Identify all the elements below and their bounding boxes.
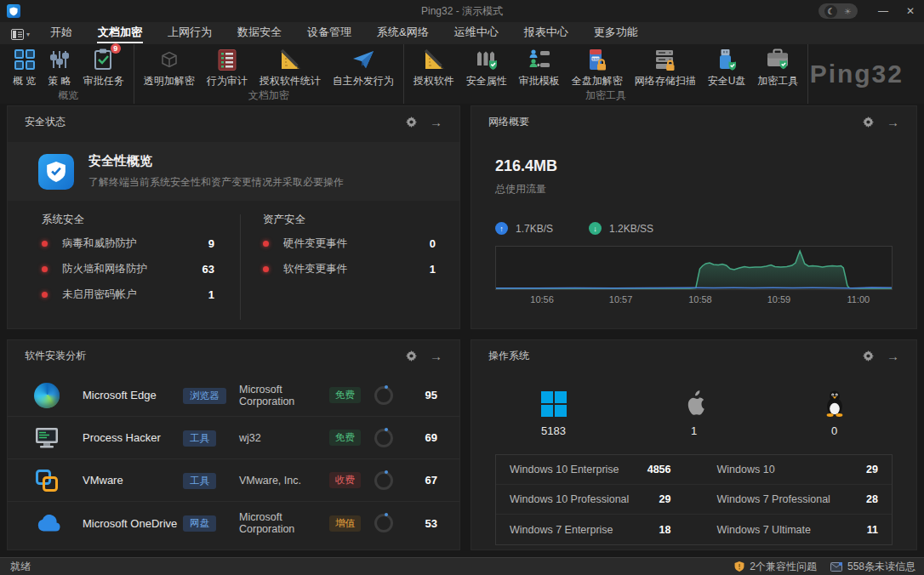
- list-item[interactable]: 软件变更事件 1: [263, 256, 436, 282]
- tab-device-management[interactable]: 设备管理: [294, 25, 364, 44]
- price-tag: 增值: [329, 515, 361, 532]
- window-title: Ping32 - 演示模式: [0, 4, 924, 19]
- tab-more-functions[interactable]: 更多功能: [581, 25, 651, 44]
- os-linux[interactable]: 0: [809, 388, 860, 437]
- category-tag: 网盘: [183, 515, 216, 532]
- tab-report-center[interactable]: 报表中心: [511, 25, 581, 44]
- table-cell[interactable]: Windows 1029: [704, 455, 893, 484]
- theme-toggle[interactable]: ☾ ☀: [818, 3, 858, 19]
- table-row: Windows 10 Professional29 Windows 7 Prof…: [496, 485, 892, 515]
- ribbon-item-outgoing-behavior[interactable]: 自主外发行为: [327, 44, 400, 88]
- paper-plane-icon: [351, 47, 375, 72]
- status-ready: 就绪: [10, 560, 31, 574]
- ssd-lock-icon: SSD: [586, 47, 608, 72]
- onedrive-icon: [33, 510, 60, 537]
- ribbon-item-approval-tasks[interactable]: 9 审批任务: [77, 44, 130, 88]
- software-score: 69: [414, 431, 437, 444]
- tab-data-security[interactable]: 数据安全: [225, 25, 294, 44]
- moon-icon[interactable]: ☾: [824, 5, 837, 18]
- main-menu-button[interactable]: ▾: [3, 29, 37, 44]
- os-count: 0: [831, 424, 837, 437]
- tab-web-behavior[interactable]: 上网行为: [155, 25, 225, 44]
- list-item[interactable]: 未启用密码帐户 1: [42, 282, 214, 307]
- software-row[interactable]: Process Hacker 工具 wj32 免费 69: [8, 417, 459, 459]
- system-security-column: 系统安全 病毒和威胁防护 9 防火墙和网络防护 63 未启用密码帐户: [42, 213, 214, 328]
- svg-text:SSD: SSD: [591, 57, 599, 61]
- table-cell[interactable]: Windows 10 Professional29: [496, 485, 685, 514]
- alert-dot-icon: [263, 266, 269, 272]
- divider: [240, 214, 241, 320]
- table-cell[interactable]: Windows 7 Enterprise18: [496, 515, 685, 544]
- os-count: 1: [691, 424, 697, 437]
- list-item[interactable]: 病毒和威胁防护 9: [42, 231, 214, 256]
- item-count: 1: [208, 288, 214, 301]
- close-button[interactable]: ✕: [897, 0, 924, 22]
- alert-dot-icon: [42, 266, 48, 272]
- sun-icon[interactable]: ☀: [844, 7, 852, 16]
- software-row[interactable]: Microsoft OneDrive 网盘 Microsoft Corporat…: [8, 502, 459, 544]
- panel-operating-systems: 操作系统 → 5183 1: [471, 339, 917, 550]
- cube-icon: [157, 47, 181, 72]
- table-cell[interactable]: Windows 10 Enterprise4856: [496, 455, 685, 484]
- clipboard-check-icon: 9: [92, 47, 116, 72]
- audit-list-icon: [217, 47, 237, 72]
- ribbon-item-policy[interactable]: 策 略: [42, 44, 77, 88]
- goto-arrow-icon[interactable]: →: [430, 116, 442, 128]
- score-ring-icon: [374, 514, 393, 532]
- monitor-icon: [33, 424, 60, 452]
- score-ring-icon: [374, 471, 393, 490]
- table-cell[interactable]: Windows 7 Professional28: [704, 485, 893, 514]
- category-tag: 工具: [183, 430, 216, 447]
- tab-ops-center[interactable]: 运维中心: [442, 25, 511, 44]
- ribbon-item-approval-templates[interactable]: 审批模板: [513, 44, 566, 88]
- ribbon-item-fulldisk-encryption[interactable]: SSD 全盘加解密: [566, 44, 629, 88]
- table-row: Windows 10 Enterprise4856 Windows 1029: [496, 455, 892, 485]
- ribbon-item-authorized-software-stats[interactable]: 授权软件统计: [254, 44, 327, 88]
- os-apple[interactable]: 1: [669, 388, 720, 437]
- unread-messages[interactable]: 558条未读信息: [830, 560, 915, 574]
- goto-arrow-icon[interactable]: →: [430, 350, 442, 362]
- table-cell[interactable]: Windows 7 Ultimate11: [704, 515, 893, 544]
- list-item[interactable]: 硬件变更事件 0: [263, 231, 436, 256]
- software-score: 95: [414, 389, 437, 401]
- alert-dot-icon: [42, 241, 48, 247]
- software-row[interactable]: VMware 工具 VMware, Inc. 收费 67: [8, 459, 459, 502]
- ribbon-item-secure-usb[interactable]: 安全U盘: [702, 44, 752, 88]
- gear-icon[interactable]: [863, 350, 874, 362]
- goto-arrow-icon[interactable]: →: [887, 116, 899, 128]
- approval-badge: 9: [111, 43, 121, 54]
- asset-security-column: 资产安全 硬件变更事件 0 软件变更事件 1: [263, 213, 436, 328]
- gear-icon[interactable]: [406, 350, 417, 362]
- grid-icon: [14, 47, 36, 72]
- software-row[interactable]: Microsoft Edge 浏览器 Microsoft Corporation…: [8, 374, 459, 417]
- usb-shield-icon: [716, 47, 738, 72]
- security-overview-title: 安全性概览: [88, 153, 344, 169]
- ribbon-item-transparent-encryption[interactable]: 透明加解密: [138, 44, 201, 88]
- compatibility-issues[interactable]: 2个兼容性问题: [734, 560, 817, 574]
- app-window: Ping32 - 演示模式 ☾ ☀ — ✕ ▾ 开始 文档加密 上网行为 数据安…: [0, 0, 924, 575]
- download-icon: ↓: [589, 222, 602, 235]
- minimize-button[interactable]: —: [870, 0, 897, 22]
- window-controls: ☾ ☀ — ✕: [818, 0, 924, 22]
- envelope-icon: [830, 562, 842, 572]
- tab-start[interactable]: 开始: [37, 25, 85, 44]
- gear-icon[interactable]: [406, 117, 417, 128]
- ribbon-item-encryption-tools[interactable]: 加密工具: [751, 44, 804, 88]
- ribbon-item-security-properties[interactable]: 安全属性: [460, 44, 513, 88]
- tab-document-encryption[interactable]: 文档加密: [85, 25, 155, 44]
- server-lock-icon: [653, 47, 677, 72]
- os-windows[interactable]: 5183: [528, 388, 579, 437]
- list-item[interactable]: 防火墙和网络防护 63: [42, 256, 214, 282]
- ribbon-item-behavior-audit[interactable]: 行为审计: [201, 44, 254, 88]
- total-traffic-value: 216.4MB: [495, 157, 893, 175]
- tab-system-network[interactable]: 系统&网络: [364, 25, 442, 44]
- goto-arrow-icon[interactable]: →: [887, 350, 899, 362]
- ribbon-item-overview[interactable]: 概 览: [7, 44, 42, 88]
- warning-shield-icon: [734, 561, 744, 572]
- gear-icon[interactable]: [863, 117, 874, 128]
- ribbon-group-encryption-tools: 授权软件 安全属性 审批模板 SSD: [404, 44, 809, 104]
- security-overview-card[interactable]: 安全性概览 了解终端当前系统安全性和资产变更情况并采取必要操作: [8, 142, 459, 201]
- item-count: 9: [208, 237, 214, 250]
- ribbon-item-network-storage-scan[interactable]: 网络存储扫描: [629, 44, 702, 88]
- ribbon-item-authorized-software[interactable]: 授权软件: [408, 44, 460, 88]
